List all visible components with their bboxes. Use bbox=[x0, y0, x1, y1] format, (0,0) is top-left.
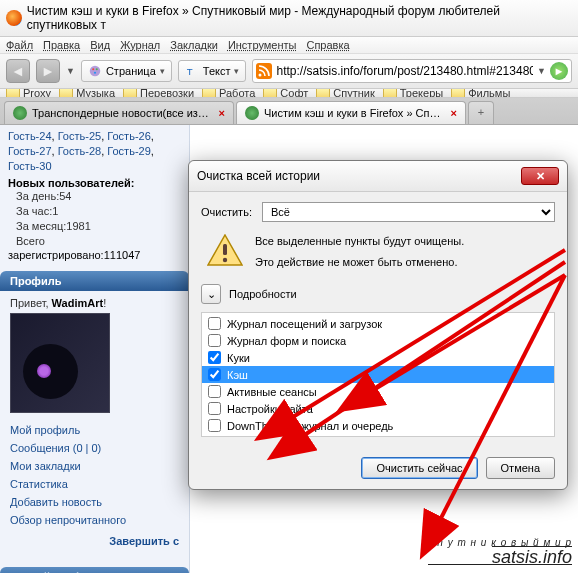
bookmark-music[interactable]: Музыка bbox=[59, 89, 115, 98]
clear-item-label: Настройки сайта bbox=[227, 403, 313, 415]
guest-link[interactable]: Гость-29 bbox=[107, 145, 151, 157]
details-label: Подробности bbox=[229, 288, 297, 300]
clear-item-checkbox[interactable] bbox=[208, 385, 221, 398]
clear-item-label: Активные сеансы bbox=[227, 386, 317, 398]
clear-item[interactable]: Кэш bbox=[202, 366, 554, 383]
guest-link[interactable]: Гость-25 bbox=[58, 130, 102, 142]
menu-history[interactable]: Журнал bbox=[120, 39, 160, 51]
clear-item-checkbox[interactable] bbox=[208, 334, 221, 347]
bookmarks-bar: Proxy Музыка Перевозки Работа Софт Спутн… bbox=[0, 89, 578, 98]
folder-icon bbox=[123, 89, 137, 98]
stat-day: За день:54 bbox=[16, 189, 181, 204]
menu-view[interactable]: Вид bbox=[90, 39, 110, 51]
menu-tools[interactable]: Инструменты bbox=[228, 39, 297, 51]
guest-link[interactable]: Гость-30 bbox=[8, 160, 52, 172]
link-messages[interactable]: Сообщения (0 | 0) bbox=[10, 439, 179, 457]
folder-icon bbox=[383, 89, 397, 98]
stat-month: За месяц:1981 bbox=[16, 219, 181, 234]
clear-item[interactable]: Куки bbox=[202, 349, 554, 366]
svg-point-3 bbox=[94, 72, 96, 74]
dialog-titlebar[interactable]: Очистка всей истории ✕ bbox=[189, 161, 567, 192]
link-my-bookmarks[interactable]: Мои закладки bbox=[10, 457, 179, 475]
bookmark-label: Фильмы bbox=[468, 89, 510, 98]
link-add-news[interactable]: Добавить новость bbox=[10, 493, 179, 511]
guest-link[interactable]: Гость-27 bbox=[8, 145, 52, 157]
close-button[interactable]: ✕ bbox=[521, 167, 559, 185]
tab-1[interactable]: Транспондерные новости(все изми… × bbox=[4, 101, 234, 124]
menu-edit[interactable]: Правка bbox=[43, 39, 80, 51]
svg-point-2 bbox=[96, 68, 98, 70]
tab-2[interactable]: Чистим кэш и куки в Firefox » Спутн… × bbox=[236, 101, 466, 124]
bookmark-work[interactable]: Работа bbox=[202, 89, 255, 98]
guest-link[interactable]: Гость-24 bbox=[8, 130, 52, 142]
site-icon bbox=[245, 106, 259, 120]
close-icon[interactable]: × bbox=[219, 107, 225, 119]
clear-item-checkbox[interactable] bbox=[208, 368, 221, 381]
clear-item[interactable]: Журнал посещений и загрузок bbox=[202, 315, 554, 332]
link-my-profile[interactable]: Мой профиль bbox=[10, 421, 179, 439]
clear-item[interactable]: Журнал форм и поиска bbox=[202, 332, 554, 349]
address-bar[interactable]: ▼ ► bbox=[252, 59, 572, 83]
guest-link[interactable]: Гость-28 bbox=[58, 145, 102, 157]
go-button[interactable]: ► bbox=[550, 62, 568, 80]
feed-icon[interactable] bbox=[256, 63, 272, 79]
bookmark-soft[interactable]: Софт bbox=[263, 89, 308, 98]
text-icon: T bbox=[185, 64, 199, 78]
bookmark-movies[interactable]: Фильмы bbox=[451, 89, 510, 98]
dialog-title: Очистка всей истории bbox=[197, 169, 320, 183]
stat-total: зарегистрировано:111047 bbox=[8, 249, 181, 261]
bookmark-label: Трекеры bbox=[400, 89, 443, 98]
nav-history-dropdown[interactable]: ▼ bbox=[66, 66, 75, 76]
clear-now-button[interactable]: Очистить сейчас bbox=[361, 457, 477, 479]
clear-range-select[interactable]: Всё bbox=[262, 202, 555, 222]
clear-item[interactable]: DownThemAll! журнал и очередь bbox=[202, 417, 554, 434]
new-tab-button[interactable]: + bbox=[468, 101, 494, 124]
clear-item-checkbox[interactable] bbox=[208, 402, 221, 415]
back-button[interactable]: ◄ bbox=[6, 59, 30, 83]
profile-panel-header: Профиль bbox=[0, 271, 189, 291]
bookmark-proxy[interactable]: Proxy bbox=[6, 89, 51, 98]
folder-icon bbox=[316, 89, 330, 98]
guest-link[interactable]: Гость-26 bbox=[107, 130, 151, 142]
text-size-button[interactable]: T Текст▾ bbox=[178, 60, 247, 82]
forward-button[interactable]: ► bbox=[36, 59, 60, 83]
bookmark-label: Работа bbox=[219, 89, 255, 98]
menu-bookmarks[interactable]: Закладки bbox=[170, 39, 218, 51]
bookmark-label: Перевозки bbox=[140, 89, 194, 98]
page-style-button[interactable]: Страница▾ bbox=[81, 60, 172, 82]
paint-icon bbox=[88, 64, 102, 78]
clear-item-checkbox[interactable] bbox=[208, 351, 221, 364]
new-users-heading: Новых пользователей: bbox=[8, 177, 181, 189]
greeting: Привет, WadimArt! bbox=[10, 297, 179, 309]
menu-file[interactable]: Файл bbox=[6, 39, 33, 51]
clear-item[interactable]: Настройки сайта bbox=[202, 400, 554, 417]
tab-label: Чистим кэш и куки в Firefox » Спутн… bbox=[264, 107, 446, 119]
link-statistics[interactable]: Статистика bbox=[10, 475, 179, 493]
clear-history-dialog: Очистка всей истории ✕ Очистить: Всё Все… bbox=[188, 160, 568, 490]
close-icon[interactable]: × bbox=[451, 107, 457, 119]
url-input[interactable] bbox=[276, 64, 533, 78]
toolbar: ◄ ► ▼ Страница▾ T Текст▾ ▼ ► bbox=[0, 54, 578, 89]
clear-item-checkbox[interactable] bbox=[208, 317, 221, 330]
url-dropdown[interactable]: ▼ bbox=[537, 66, 546, 76]
menu-help[interactable]: Справка bbox=[306, 39, 349, 51]
link-logout[interactable]: Завершить с bbox=[10, 535, 179, 547]
cancel-button[interactable]: Отмена bbox=[486, 457, 555, 479]
clear-item-checkbox[interactable] bbox=[208, 419, 221, 432]
avatar[interactable] bbox=[10, 313, 110, 413]
bookmark-trackers[interactable]: Трекеры bbox=[383, 89, 443, 98]
details-toggle[interactable]: ⌄ bbox=[201, 284, 221, 304]
window-titlebar: Чистим кэш и куки в Firefox » Спутниковы… bbox=[0, 0, 578, 37]
bookmark-sat[interactable]: Спутник bbox=[316, 89, 374, 98]
window-title: Чистим кэш и куки в Firefox » Спутниковы… bbox=[27, 4, 572, 32]
clear-item-label: Кэш bbox=[227, 369, 248, 381]
clear-item-label: Журнал форм и поиска bbox=[227, 335, 346, 347]
svg-rect-5 bbox=[256, 63, 272, 79]
clear-item[interactable]: Активные сеансы bbox=[202, 383, 554, 400]
folder-icon bbox=[451, 89, 465, 98]
bookmark-transport[interactable]: Перевозки bbox=[123, 89, 194, 98]
svg-point-1 bbox=[92, 68, 94, 70]
link-unread[interactable]: Обзор непрочитанного bbox=[10, 511, 179, 529]
stat-hour: За час:1 bbox=[16, 204, 181, 219]
forum-sidebar: Гость-24, Гость-25, Гость-26, Гость-27, … bbox=[0, 125, 190, 573]
